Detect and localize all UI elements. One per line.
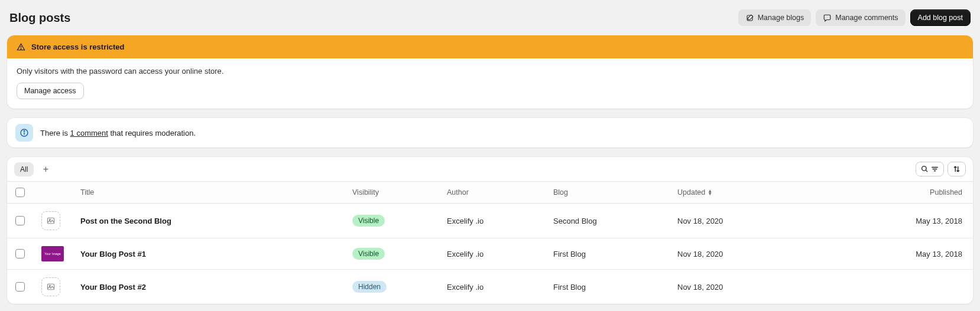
info-prefix: There is (40, 129, 70, 138)
info-comment-link[interactable]: 1 comment (70, 129, 108, 138)
search-filter-button[interactable] (916, 162, 944, 176)
column-title[interactable]: Title (72, 182, 344, 204)
row-title[interactable]: Your Blog Post #2 (80, 283, 146, 292)
svg-rect-13 (47, 284, 54, 290)
column-blog[interactable]: Blog (545, 182, 669, 204)
row-author: Excelify .io (439, 270, 545, 305)
manage-access-label: Manage access (24, 87, 76, 95)
row-blog: First Blog (545, 270, 669, 305)
search-icon (920, 165, 929, 173)
row-author: Excelify .io (439, 238, 545, 270)
manage-blogs-label: Manage blogs (758, 14, 804, 22)
column-updated-label: Updated (677, 188, 705, 197)
row-checkbox[interactable] (15, 282, 25, 292)
visibility-badge: Visible (352, 215, 385, 227)
sort-indicator-icon: ▲▼ (708, 189, 712, 195)
edit-icon (745, 14, 754, 22)
row-updated: Nov 18, 2020 (669, 238, 793, 270)
add-blog-post-button[interactable]: Add blog post (910, 9, 971, 26)
row-published (793, 270, 973, 305)
moderation-info-banner: There is 1 comment that requires moderat… (7, 118, 973, 148)
posts-table: Title Visibility Author Blog Updated ▲▼ … (7, 181, 973, 304)
column-author[interactable]: Author (439, 182, 545, 204)
comment-icon (823, 14, 832, 22)
svg-point-6 (922, 166, 927, 171)
info-text: There is 1 comment that requires moderat… (40, 129, 196, 138)
row-published: May 13, 2018 (793, 238, 973, 270)
alert-header: Store access is restricted (7, 35, 973, 58)
column-published[interactable]: Published (793, 182, 973, 204)
svg-point-14 (49, 285, 50, 286)
row-title[interactable]: Post on the Second Blog (80, 217, 171, 225)
column-updated[interactable]: Updated ▲▼ (669, 182, 793, 204)
tab-all[interactable]: All (14, 162, 34, 176)
filter-icon (930, 165, 939, 173)
plus-icon: + (43, 164, 48, 175)
select-all-checkbox[interactable] (15, 188, 25, 197)
add-blog-post-label: Add blog post (918, 14, 963, 22)
alert-title: Store access is restricted (31, 42, 125, 51)
row-blog: Second Blog (545, 204, 669, 238)
column-visibility[interactable]: Visibility (344, 182, 439, 204)
row-blog: First Blog (545, 238, 669, 270)
svg-point-2 (21, 48, 21, 49)
svg-rect-11 (47, 218, 54, 224)
tabs-row: All + (7, 157, 973, 181)
row-updated: Nov 18, 2020 (669, 270, 793, 305)
add-view-button[interactable]: + (38, 162, 53, 176)
sort-icon (952, 165, 961, 173)
table-row[interactable]: Your ImageYour Blog Post #1VisibleExceli… (7, 238, 973, 270)
svg-line-7 (926, 170, 927, 172)
table-row[interactable]: Post on the Second BlogVisibleExcelify .… (7, 204, 973, 238)
sort-button[interactable] (947, 162, 966, 176)
row-published: May 13, 2018 (793, 204, 973, 238)
row-title[interactable]: Your Blog Post #1 (80, 250, 146, 258)
tab-all-label: All (20, 165, 28, 173)
table-row[interactable]: Your Blog Post #2HiddenExcelify .ioFirst… (7, 270, 973, 305)
restricted-access-alert: Store access is restricted Only visitors… (7, 35, 973, 109)
header-actions: Manage blogs Manage comments Add blog po… (738, 9, 971, 26)
svg-point-5 (24, 130, 24, 131)
manage-blogs-button[interactable]: Manage blogs (738, 9, 812, 26)
manage-comments-label: Manage comments (835, 14, 898, 22)
info-suffix: that requires moderation. (108, 129, 196, 138)
alert-body: Only visitors with the password can acce… (7, 58, 973, 109)
page-header: Blog posts Manage blogs Manage comments … (7, 9, 973, 26)
visibility-badge: Hidden (352, 281, 387, 293)
info-icon (15, 124, 33, 142)
manage-comments-button[interactable]: Manage comments (816, 9, 905, 26)
row-author: Excelify .io (439, 204, 545, 238)
row-checkbox[interactable] (15, 216, 25, 225)
row-thumbnail: Your Image (41, 246, 64, 261)
posts-table-card: All + (7, 157, 973, 304)
row-checkbox[interactable] (15, 249, 25, 258)
manage-access-button[interactable]: Manage access (17, 83, 84, 99)
alert-message: Only visitors with the password can acce… (17, 67, 963, 76)
visibility-badge: Visible (352, 248, 385, 260)
page-title: Blog posts (9, 11, 70, 25)
warning-icon (17, 42, 25, 51)
image-placeholder-icon (41, 211, 60, 230)
svg-point-12 (49, 219, 50, 220)
row-updated: Nov 18, 2020 (669, 204, 793, 238)
image-placeholder-icon (41, 277, 60, 296)
